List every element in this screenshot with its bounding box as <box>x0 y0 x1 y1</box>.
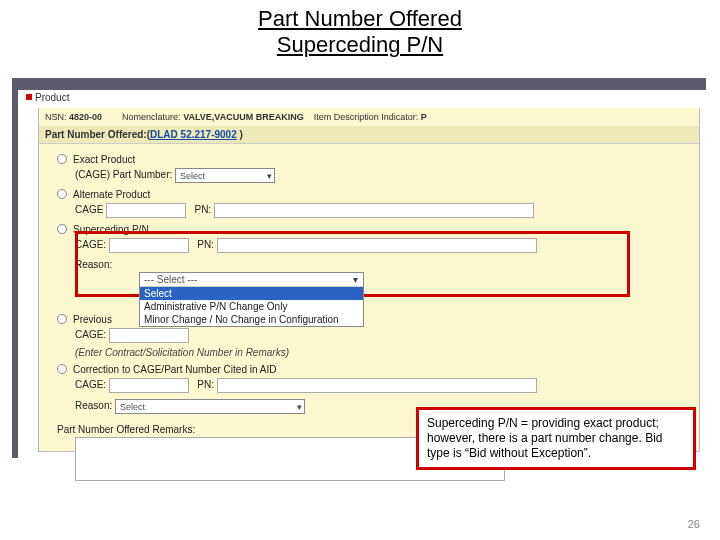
option-alternate-product: Alternate Product <box>57 189 693 200</box>
option-superceding-pn: Superceding P/N <box>57 224 693 235</box>
reason-dropdown-open: --- Select --- Select Administrative P/N… <box>139 272 364 327</box>
alt-pn-input[interactable] <box>214 203 534 218</box>
form-panel: NSN: 4820-00 Nomenclature: VALVE,VACUUM … <box>38 108 700 452</box>
superceding-pn-label: Superceding P/N <box>73 224 149 235</box>
page-number: 26 <box>688 518 700 530</box>
nsn-value: 4820-00 <box>69 112 102 122</box>
superceding-reason-row: Reason: <box>75 259 693 270</box>
nomenclature-value: VALVE,VACUUM BREAKING <box>183 112 304 122</box>
corr-reason-label: Reason: <box>75 400 112 411</box>
prev-note: (Enter Contract/Solicitation Number in R… <box>75 347 693 358</box>
window-titlebar <box>12 78 706 90</box>
cage-pn-label: (CAGE) Part Number: <box>75 169 172 180</box>
corr-reason-select[interactable]: Select <box>115 399 305 414</box>
super-reason-label: Reason: <box>75 259 112 270</box>
corr-cage-label: CAGE: <box>75 379 106 390</box>
reason-option-select[interactable]: Select <box>140 287 363 300</box>
super-pn-input[interactable] <box>217 238 537 253</box>
product-label: Product <box>35 92 69 103</box>
previous-row: CAGE: <box>75 328 693 343</box>
nomenclature-label: Nomenclature: <box>122 112 181 122</box>
correction-row: CAGE: PN: <box>75 378 693 393</box>
super-cage-label: CAGE: <box>75 239 106 250</box>
prev-cage-label: CAGE: <box>75 329 106 340</box>
panel: Product NSN: 4820-00 Nomenclature: VALVE… <box>18 90 706 458</box>
product-section-header: Product <box>26 92 69 103</box>
super-pn-label: PN: <box>197 239 214 250</box>
exact-product-row: (CAGE) Part Number: Select <box>75 168 693 183</box>
option-exact-product: Exact Product <box>57 154 693 165</box>
corr-cage-input[interactable] <box>109 378 189 393</box>
alt-cage-label: CAGE <box>75 204 103 215</box>
idi-label: Item Description Indicator: <box>314 112 419 122</box>
title-line-1: Part Number Offered <box>258 6 462 31</box>
reason-option-admin[interactable]: Administrative P/N Change Only <box>140 300 363 313</box>
radio-correction[interactable] <box>57 364 67 374</box>
corr-pn-input[interactable] <box>217 378 537 393</box>
alt-pn-label: PN: <box>194 204 211 215</box>
nsn-label: NSN: <box>45 112 67 122</box>
radio-exact-product[interactable] <box>57 154 67 164</box>
correction-label: Correction to CAGE/Part Number Cited in … <box>73 364 276 375</box>
prev-cage-input[interactable] <box>109 328 189 343</box>
alternate-product-row: CAGE PN: <box>75 203 693 218</box>
callout-box: Superceding P/N = providing exact produc… <box>416 407 696 470</box>
section-bullet-icon <box>26 94 32 100</box>
exact-cage-pn-select[interactable]: Select <box>175 168 275 183</box>
super-cage-input[interactable] <box>109 238 189 253</box>
callout-text: Superceding P/N = providing exact produc… <box>427 416 662 460</box>
corr-pn-label: PN: <box>197 379 214 390</box>
reason-option-minor[interactable]: Minor Change / No Change in Configuratio… <box>140 313 363 326</box>
radio-superceding-pn[interactable] <box>57 224 67 234</box>
superceding-pn-row: CAGE: PN: <box>75 238 693 253</box>
alternate-product-label: Alternate Product <box>73 189 150 200</box>
radio-alternate-product[interactable] <box>57 189 67 199</box>
radio-previous[interactable] <box>57 314 67 324</box>
dlad-link[interactable]: DLAD 52.217-9002 <box>150 129 237 140</box>
idi-value: P <box>421 112 427 122</box>
pno-label: Part Number Offered:( <box>45 129 150 140</box>
item-info-row: NSN: 4820-00 Nomenclature: VALVE,VACUUM … <box>39 108 699 126</box>
screenshot-frame: Product NSN: 4820-00 Nomenclature: VALVE… <box>12 78 706 458</box>
title-line-2: Superceding P/N <box>277 32 443 57</box>
reason-dropdown-header[interactable]: --- Select --- <box>140 273 363 287</box>
part-number-offered-header: Part Number Offered:(DLAD 52.217-9002 ) <box>39 126 699 144</box>
slide-title: Part Number Offered Superceding P/N <box>0 6 720 58</box>
pno-close: ) <box>237 129 243 140</box>
option-correction: Correction to CAGE/Part Number Cited in … <box>57 364 693 375</box>
previous-label: Previous <box>73 314 112 325</box>
exact-product-label: Exact Product <box>73 154 135 165</box>
alt-cage-input[interactable] <box>106 203 186 218</box>
